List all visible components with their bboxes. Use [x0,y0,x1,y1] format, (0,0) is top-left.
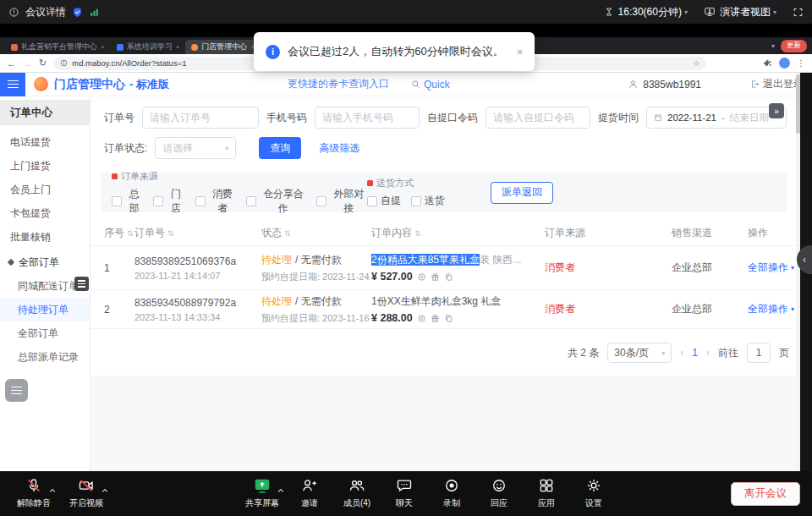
goto-page-input[interactable] [747,343,771,363]
extensions-puzzle-icon[interactable] [763,58,772,68]
tab-label: 礼盒营销平台管理中心 [21,41,97,52]
start-video-button[interactable]: 开启视频 [66,476,107,509]
record-button[interactable]: 录制 [431,476,472,509]
copy-icon[interactable] [444,272,453,282]
date-range-picker[interactable]: 2022-11-21 - 结束日期 [646,107,787,129]
members-button[interactable]: 成员(4) [337,476,377,509]
next-page-icon[interactable]: › [706,347,710,359]
sort-icon[interactable]: ⇅ [414,229,421,238]
delivery-option-pickup[interactable]: 自提 [367,194,401,208]
start-date-value[interactable]: 2022-11-21 [667,113,716,123]
sort-icon[interactable]: ⇅ [284,229,291,238]
tab-close-icon[interactable]: × [101,43,105,51]
collapse-filters-icon[interactable]: » [769,103,784,118]
all-actions-dropdown[interactable]: 全部操作 ▾ [748,302,796,316]
toast-close-icon[interactable]: × [517,46,524,58]
back-icon[interactable]: ← [7,58,16,69]
row-index: 2 [104,304,134,316]
chevron-down-icon: ▾ [791,264,794,272]
browser-menu-icon[interactable]: ⋮ [797,58,805,68]
search-button[interactable]: 查询 [259,137,301,159]
status-payment: / 无需付款 [295,294,342,309]
sidebar-group-all-orders[interactable]: 全部订单 [0,250,90,274]
order-no-input[interactable] [142,107,259,129]
profile-avatar[interactable] [779,58,790,69]
current-page[interactable]: 1 [692,347,698,359]
username[interactable]: 8385wb1991 [643,79,701,91]
search-icon [411,80,420,89]
sidebar-item-pending-orders[interactable]: 待处理订单 [0,298,90,321]
prev-page-icon[interactable]: ‹ [680,347,683,359]
pickup-code-input[interactable] [486,107,590,129]
view-mode-dropdown-icon[interactable]: ▾ [773,8,776,16]
all-actions-dropdown[interactable]: 全部操作 ▾ [748,261,796,275]
reactions-button[interactable]: 回应 [479,476,519,509]
sidebar-item-hq-dispatch-log[interactable]: 总部派单记录 [0,345,90,369]
badge-icon[interactable] [417,314,426,323]
chevron-up-icon[interactable] [102,483,108,496]
speaker-view-icon [704,6,716,18]
floating-menu-button[interactable] [5,379,28,402]
badge-icon[interactable] [417,272,426,282]
browser-update-button[interactable]: 更新 [781,40,807,52]
delivery-option-deliver[interactable]: 送货 [411,194,445,208]
bookmark-star-icon[interactable]: ☆ [693,59,700,68]
source-option-consumer[interactable]: 消费者 [195,187,237,216]
sidebar-section-title: 订单中心 [0,100,90,125]
gift-icon[interactable] [431,272,440,282]
source-option-store[interactable]: 门店 [153,187,184,216]
reload-icon[interactable]: ↻ [39,58,47,69]
quick-search-link[interactable]: Quick [411,79,450,91]
site-info-icon[interactable] [60,59,68,67]
page-size-select[interactable]: 30条/页 ▾ [607,343,672,363]
sidebar-item-member-visit[interactable]: 会员上门 [0,178,90,201]
calendar-icon [654,113,662,122]
browser-tab[interactable]: 礼盒营销平台管理中心 × [5,40,111,54]
view-mode-label[interactable]: 演讲者视图 [720,5,771,19]
invite-button[interactable]: 邀请 [289,476,330,509]
copy-icon[interactable] [444,314,453,323]
floating-list-icon[interactable] [74,277,89,291]
leave-meeting-button[interactable]: 离开会议 [731,482,800,506]
tab-close-icon[interactable]: × [176,43,180,51]
phone-input[interactable] [315,107,420,129]
forward-icon[interactable]: → [23,58,32,69]
browser-tab[interactable]: 系统培训学习 × [111,40,186,54]
source-option-hq[interactable]: 总部 [112,187,143,216]
dispatch-return-button[interactable]: 派单退回 [491,182,553,204]
fullscreen-icon[interactable] [793,7,804,18]
tab-search-icon[interactable]: ▾ [771,42,775,50]
browser-tab-active[interactable]: 门店管理中心 × [185,40,261,54]
share-screen-button[interactable]: 共享屏幕 [242,476,283,509]
share-label: 共享屏幕 [245,497,279,509]
red-tag-icon [367,180,373,186]
chat-button[interactable]: 聊天 [384,476,425,509]
sidebar-item-batch-verify[interactable]: 批量核销 [0,225,90,249]
timer-dropdown-icon[interactable]: ▾ [684,8,688,16]
unmute-button[interactable]: 解除静音 [14,476,54,509]
menu-hamburger-icon[interactable] [0,73,25,96]
sidebar-item-all-orders[interactable]: 全部订单 [0,321,90,345]
gift-icon[interactable] [431,314,440,323]
meeting-info-icon[interactable] [8,7,19,18]
table-row[interactable]: 1 83859389251069376a 2023-11-21 14:14:07… [91,246,796,290]
chevron-up-icon[interactable] [49,483,56,496]
table-row[interactable]: 2 83859345088979792a 2023-11-13 14:33:34… [91,290,796,329]
sidebar-item-card-pickup[interactable]: 卡包提货 [0,201,90,225]
coupon-query-entry-link[interactable]: 更快捷的券卡查询入口 [288,77,389,91]
settings-button[interactable]: 设置 [573,476,614,509]
apps-label: 应用 [538,497,555,509]
meeting-details-label[interactable]: 会议详情 [25,5,66,19]
apps-button[interactable]: 应用 [526,476,567,509]
source-option-share[interactable]: 仓分享合作 [246,187,306,216]
sort-icon[interactable]: ⇅ [127,229,134,238]
end-date-placeholder[interactable]: 结束日期 [730,112,769,124]
sort-icon[interactable]: ⇅ [167,229,174,238]
source-option-external[interactable]: 外部对接 [316,187,367,216]
orders-main: » 订单号 手机号码 自提口令码 提货时间 [91,96,796,471]
advanced-filter-link[interactable]: 高级筛选 [319,141,359,156]
chevron-up-icon[interactable] [277,483,284,496]
sidebar-item-phone-pickup[interactable]: 电话提货 [0,130,90,154]
sidebar-item-door-pickup[interactable]: 上门提货 [0,154,90,178]
order-status-select[interactable]: 请选择 ▾ [155,137,236,159]
